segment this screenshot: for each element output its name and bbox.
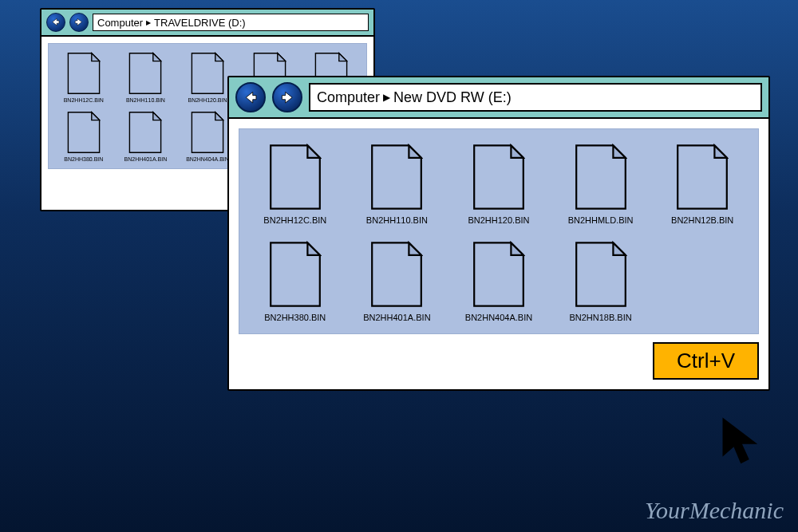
mouse-cursor-icon xyxy=(718,415,766,471)
file-item[interactable]: BN2HH380.BIN xyxy=(255,241,335,322)
file-label: BN2HHMLD.BIN xyxy=(568,215,634,225)
file-item[interactable]: BN2HH110.BIN xyxy=(358,144,437,225)
file-icon xyxy=(676,144,729,211)
forward-button[interactable] xyxy=(272,82,302,112)
breadcrumb-root: Computer xyxy=(317,89,380,106)
file-icon xyxy=(191,52,224,95)
address-bar[interactable]: Computer ▶ TRAVELDRIVE (D:) xyxy=(93,14,369,31)
file-icon xyxy=(269,241,322,308)
file-icon xyxy=(575,241,627,308)
file-item[interactable]: BN2HN404A.BIN xyxy=(459,241,539,322)
explorer-window-destination: Computer ▶ New DVD RW (E:) BN2HH12C.BINB… xyxy=(227,76,770,391)
file-item[interactable]: BN2HH12C.BIN xyxy=(58,52,109,103)
breadcrumb-separator-icon: ▶ xyxy=(146,18,151,26)
file-label: BN2HH12C.BIN xyxy=(263,215,326,225)
file-item[interactable]: BN2HH12C.BIN xyxy=(255,144,335,225)
file-item[interactable]: BN2HH120.BIN xyxy=(459,144,539,225)
file-label: BN2HH380.BIN xyxy=(64,156,103,162)
address-bar[interactable]: Computer ▶ New DVD RW (E:) xyxy=(309,83,762,112)
file-item[interactable]: BN2HH380.BIN xyxy=(58,111,109,162)
breadcrumb-separator-icon: ▶ xyxy=(383,92,390,103)
file-label: BN2HH110.BIN xyxy=(126,97,165,103)
breadcrumb-path: TRAVELDRIVE (D:) xyxy=(154,17,246,29)
file-icon xyxy=(128,52,162,95)
file-icon xyxy=(191,111,224,154)
window-body: BN2HH12C.BINBN2HH110.BINBN2HH120.BINBN2H… xyxy=(229,119,768,389)
file-icon xyxy=(269,144,322,211)
titlebar: Computer ▶ New DVD RW (E:) xyxy=(229,77,768,119)
shortcut-badge-paste: Ctrl+V xyxy=(653,342,759,380)
file-label: BN2HN12B.BIN xyxy=(671,215,733,225)
file-label: BN2HN18B.BIN xyxy=(569,313,631,322)
file-item[interactable]: BN2HH401A.BIN xyxy=(358,241,437,322)
file-icon xyxy=(67,111,101,154)
file-label: BN2HH12C.BIN xyxy=(64,97,104,103)
breadcrumb-path: New DVD RW (E:) xyxy=(393,89,512,106)
back-button[interactable] xyxy=(235,82,266,112)
file-label: BN2HH110.BIN xyxy=(366,215,428,225)
titlebar: Computer ▶ TRAVELDRIVE (D:) xyxy=(41,10,373,37)
file-item[interactable]: BN2HN404A.BIN xyxy=(182,111,233,162)
back-button[interactable] xyxy=(46,13,65,32)
forward-button[interactable] xyxy=(69,13,89,32)
file-item[interactable]: BN2HN12B.BIN xyxy=(662,144,742,225)
file-label: BN2HH120.BIN xyxy=(468,215,529,225)
file-item[interactable]: BN2HH401A.BIN xyxy=(120,111,172,162)
file-label: BN2HH401A.BIN xyxy=(363,313,430,322)
file-item[interactable]: BN2HH120.BIN xyxy=(182,52,233,103)
file-icon xyxy=(67,52,101,95)
file-icon xyxy=(128,111,162,154)
file-label: BN2HN404A.BIN xyxy=(186,156,229,162)
file-label: BN2HH380.BIN xyxy=(264,313,326,322)
file-label: BN2HH401A.BIN xyxy=(124,156,168,162)
file-icon xyxy=(370,241,423,308)
watermark-brand: YourMechanic xyxy=(645,497,784,524)
file-grid: BN2HH12C.BINBN2HH110.BINBN2HH120.BINBN2H… xyxy=(239,128,759,334)
file-label: BN2HH120.BIN xyxy=(188,97,227,103)
file-icon xyxy=(472,144,525,211)
file-icon xyxy=(370,144,423,211)
file-item[interactable]: BN2HH110.BIN xyxy=(120,52,172,103)
file-item[interactable]: BN2HHMLD.BIN xyxy=(561,144,641,225)
file-label: BN2HN404A.BIN xyxy=(465,313,532,322)
file-icon xyxy=(575,144,627,211)
breadcrumb-root: Computer xyxy=(97,17,143,29)
file-icon xyxy=(472,241,525,308)
file-item[interactable]: BN2HN18B.BIN xyxy=(561,241,641,322)
